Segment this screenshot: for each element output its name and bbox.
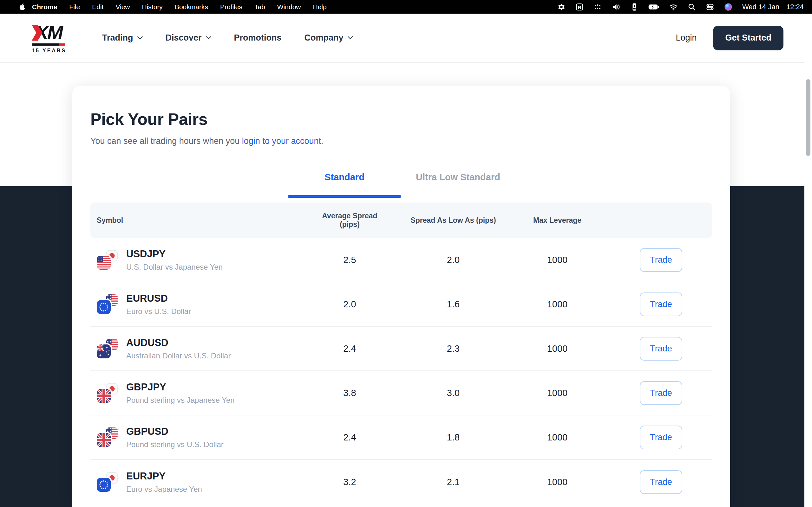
flag-eu-icon [97,478,111,492]
get-started-button[interactable]: Get Started [713,26,783,50]
max-leverage-value: 1000 [519,299,595,309]
pair-description: Pound sterling vs U.S. Dollar [126,440,223,449]
nav-item-discover[interactable]: Discover [154,33,223,43]
flag-pair-eurjpy [97,472,118,492]
trade-button[interactable]: Trade [640,470,682,494]
trade-button[interactable]: Trade [640,248,682,272]
spread-low-value: 2.0 [387,255,519,265]
table-row: GBPUSD Pound sterling vs U.S. Dollar 2.4… [90,415,712,460]
column-header-max-leverage: Max Leverage [519,216,595,225]
site-header: XM 15 YEARS Trading Discover Promotions … [0,14,812,63]
xm-logo-subtext: 15 YEARS [32,48,69,54]
nav-item-promotions[interactable]: Promotions [223,33,293,43]
menu-item-bookmarks[interactable]: Bookmarks [169,3,214,11]
average-spread-value: 3.8 [312,388,387,398]
menu-bar-status-area: N [557,3,804,11]
page-title: Pick Your Pairs [90,110,712,129]
account-type-tabs: Standard Ultra Low Standard [90,172,712,198]
menu-item-tab[interactable]: Tab [248,3,271,11]
menu-bar-left: Chrome File Edit View History Bookmarks … [18,3,333,11]
menu-item-history[interactable]: History [136,3,169,11]
table-header-row: Symbol Average Spread (pips) Spread As L… [90,203,712,238]
table-row: USDJPY U.S. Dollar vs Japanese Yen 2.5 2… [90,238,712,282]
input-dots-icon[interactable] [594,3,602,11]
menu-bar-clock[interactable]: Wed 14 Jan 12:24 [742,3,804,11]
tab-standard[interactable]: Standard [288,172,401,198]
max-leverage-value: 1000 [519,432,595,443]
wifi-icon[interactable] [669,3,678,11]
tab-ultra-low-standard[interactable]: Ultra Low Standard [401,172,515,198]
nav-item-trading[interactable]: Trading [91,33,154,43]
flag-gb-icon [97,389,111,403]
control-center-icon[interactable] [706,3,714,11]
login-link[interactable]: Login [676,33,697,43]
page-subtitle: You can see all trading hours when you l… [90,136,712,146]
column-header-symbol: Symbol [90,216,312,225]
trade-button[interactable]: Trade [640,381,682,405]
pair-symbol: EURUSD [126,293,191,304]
main-nav: Trading Discover Promotions Company [91,33,364,43]
trade-button[interactable]: Trade [640,337,682,360]
max-leverage-value: 1000 [519,388,595,398]
column-header-spread-as-low-as: Spread As Low As (pips) [387,216,519,225]
notion-icon[interactable]: N [575,3,583,11]
xm-logo[interactable]: XM 15 YEARS [32,22,69,54]
chevron-down-icon [206,36,211,40]
flag-pair-eurusd [97,294,118,314]
pair-description: Australian Dollar vs U.S. Dollar [126,351,231,360]
pair-symbol: USDJPY [126,248,223,260]
apple-menu-icon[interactable] [18,3,26,11]
column-header-average-spread: Average Spread (pips) [312,212,387,229]
pair-symbol: GBPUSD [126,426,223,437]
flag-pair-gbpusd [97,428,118,447]
pair-description: Euro vs U.S. Dollar [126,307,191,316]
battery-charging-icon[interactable] [648,3,659,11]
menu-item-edit[interactable]: Edit [86,3,109,11]
menu-item-chrome[interactable]: Chrome [26,3,63,11]
flag-gb-icon [97,433,111,447]
spread-low-value: 2.1 [387,477,519,487]
menu-item-help[interactable]: Help [307,3,333,11]
volume-icon[interactable] [612,3,620,11]
pairs-table: Symbol Average Spread (pips) Spread As L… [90,203,712,504]
spotlight-icon[interactable] [688,3,696,11]
table-row: AUDUSD Australian Dollar vs U.S. Dollar … [90,327,712,371]
average-spread-value: 2.5 [312,255,387,265]
header-actions: Login Get Started [676,26,783,50]
pair-description: Euro vs Japanese Yen [126,485,202,494]
average-spread-value: 3.2 [312,477,387,487]
spread-low-value: 1.8 [387,432,519,443]
trade-button[interactable]: Trade [640,292,682,316]
trade-button[interactable]: Trade [640,426,682,449]
login-to-account-link[interactable]: login to your account [242,136,321,146]
scrollbar-thumb[interactable] [806,79,810,156]
average-spread-value: 2.4 [312,432,387,443]
flag-pair-audusd [97,339,118,358]
spread-low-value: 3.0 [387,388,519,398]
table-row: EURUSD Euro vs U.S. Dollar 2.0 1.6 1000 … [90,282,712,327]
flag-au-icon [97,344,111,358]
page-scrollbar[interactable] [804,14,812,507]
flag-pair-usdjpy [97,250,118,270]
menu-item-file[interactable]: File [63,3,86,11]
page-body: Pick Your Pairs You can see all trading … [0,63,812,507]
average-spread-value: 2.4 [312,343,387,354]
chatgpt-icon[interactable] [557,3,565,11]
menu-item-view[interactable]: View [109,3,136,11]
menu-item-window[interactable]: Window [271,3,307,11]
pair-symbol: AUDUSD [126,337,231,349]
spread-low-value: 2.3 [387,343,519,354]
pair-symbol: EURJPY [126,470,202,482]
flag-us-icon [97,256,111,270]
date-text: Wed 14 Jan [742,3,779,11]
max-leverage-value: 1000 [519,343,595,354]
phone-mirroring-icon[interactable] [630,3,639,11]
siri-icon[interactable] [724,3,732,11]
nav-item-company[interactable]: Company [293,33,364,43]
menu-item-profiles[interactable]: Profiles [214,3,248,11]
chevron-down-icon [348,36,353,40]
flag-eu-icon [97,300,111,314]
average-spread-value: 2.0 [312,299,387,309]
chevron-down-icon [137,36,143,40]
xm-logo-underline [32,43,65,46]
